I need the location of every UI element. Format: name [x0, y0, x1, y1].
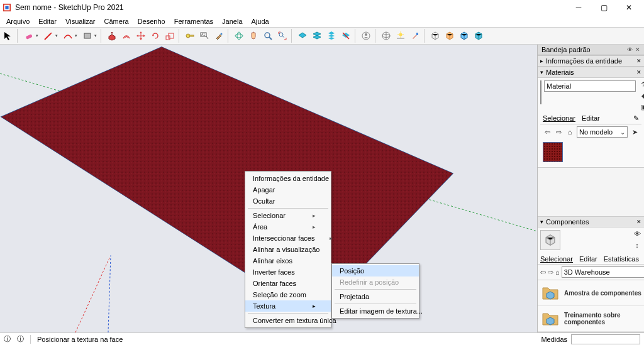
ctx-hide[interactable]: Ocultar [245, 195, 331, 207]
tape-tool[interactable] [183, 29, 197, 43]
offset-tool[interactable] [119, 29, 133, 43]
tray-title-bar[interactable]: Bandeja padrão 👁✕ [538, 45, 644, 55]
maximize-button[interactable]: ▢ [591, 1, 616, 14]
line-tool[interactable] [41, 29, 60, 43]
tab-select[interactable]: Selecionar [543, 114, 575, 123]
nav-fwd-icon[interactable]: ⇨ [554, 128, 563, 136]
tray-close-icon[interactable]: ✕ [635, 47, 640, 53]
panel-materials-header[interactable]: ▾ Materiais ✕ [538, 67, 644, 78]
eyedropper-icon[interactable]: ⚗ [640, 80, 644, 89]
component-list-item[interactable]: Treinamento sobre componentes [538, 306, 644, 332]
tab-edit[interactable]: Editar [582, 114, 600, 123]
person-icon[interactable] [359, 29, 373, 43]
status-hint: Posicionar a textura na face [37, 336, 123, 343]
ctx-erase[interactable]: Apagar [245, 184, 331, 195]
ctx-select[interactable]: Selecionar [245, 210, 331, 221]
menu-ferramentas[interactable]: Ferramentas [170, 17, 217, 26]
ctx-tex-edit-image[interactable]: Editar imagem de textura... [332, 305, 419, 317]
scale-tool[interactable] [163, 29, 177, 43]
ctx-make-unique[interactable]: Converter em textura única [245, 315, 331, 326]
tab-comp-select[interactable]: Selecionar [540, 255, 573, 263]
tab-comp-edit[interactable]: Editar [579, 255, 597, 263]
zoom-extents-tool[interactable] [275, 29, 289, 43]
material-library-combo[interactable]: No modelo [577, 126, 628, 138]
tip-icon[interactable]: ⓘ [17, 334, 24, 344]
comp-swap-icon[interactable]: ↕ [633, 241, 641, 250]
ctx-zoom-sel[interactable]: Seleção de zoom [245, 289, 331, 300]
home-icon[interactable]: ⌂ [565, 128, 574, 136]
panel-entity-close-icon[interactable]: ✕ [636, 58, 641, 64]
panel-components-close-icon[interactable]: ✕ [636, 219, 641, 225]
cube-view-1-icon[interactable] [428, 29, 442, 43]
tray-pin-icon[interactable]: 👁 [627, 47, 633, 53]
move-tool[interactable] [134, 29, 148, 43]
menu-desenho[interactable]: Desenho [134, 17, 169, 26]
ctx-entity-info[interactable]: Informações da entidade [245, 173, 331, 184]
help-icon[interactable]: ⓘ [4, 334, 11, 344]
pushpull-tool[interactable] [105, 29, 119, 43]
comp-pin-icon[interactable]: 👁 [633, 230, 641, 239]
comp-fwd-icon[interactable]: ⇨ [548, 268, 553, 277]
ctx-align-view[interactable]: Alinhar a visualização [245, 244, 331, 255]
comp-home-icon[interactable]: ⌂ [555, 268, 560, 277]
rotate-tool[interactable] [148, 29, 162, 43]
brush-small-icon[interactable] [408, 29, 422, 43]
globe-icon[interactable] [379, 29, 393, 43]
menu-camera[interactable]: Câmera [101, 17, 133, 26]
layer-off-icon[interactable] [339, 29, 353, 43]
ctx-tex-position[interactable]: Posição [332, 265, 419, 277]
layer-3-icon[interactable] [325, 29, 338, 43]
menu-editar[interactable]: Editar [35, 17, 60, 26]
tab-comp-stats[interactable]: Estatísticas [604, 255, 639, 263]
measurements-input[interactable] [571, 334, 640, 344]
zoom-tool[interactable] [261, 29, 275, 43]
minimize-button[interactable]: ─ [566, 1, 591, 14]
ctx-tex-reset[interactable]: Redefinir a posição [332, 277, 419, 288]
details-icon[interactable]: ➤ [630, 128, 639, 136]
menu-janela[interactable]: Janela [218, 17, 246, 26]
paint-tool[interactable] [212, 29, 226, 43]
panel-entity-header[interactable]: ▸ Informações da entidade ✕ [538, 55, 644, 67]
sun-icon[interactable] [394, 29, 408, 43]
panel-materials-close-icon[interactable]: ✕ [636, 69, 641, 75]
select-tool[interactable] [1, 29, 15, 43]
pencil-icon[interactable]: ✎ [633, 114, 639, 123]
current-material-swatch[interactable] [540, 80, 541, 104]
ctx-intersect[interactable]: Interseccionar faces [245, 233, 331, 244]
panel-components-header[interactable]: ▾ Componentes ✕ [538, 216, 644, 227]
nav-back-icon[interactable]: ⇦ [543, 128, 552, 136]
cube-view-4-icon[interactable] [472, 29, 486, 43]
material-thumbnail[interactable] [543, 142, 563, 162]
svg-point-14 [235, 34, 243, 38]
layer-2-icon[interactable] [310, 29, 324, 43]
menu-ajuda[interactable]: Ajuda [248, 17, 273, 26]
eraser-tool[interactable] [21, 29, 40, 43]
create-material-icon[interactable]: ◆ [640, 92, 644, 101]
folder-icon [540, 283, 560, 303]
tray-panel: Bandeja padrão 👁✕ ▸ Informações da entid… [537, 45, 644, 332]
ctx-texture[interactable]: Textura [245, 300, 331, 312]
layer-1-icon[interactable] [296, 29, 309, 43]
ctx-align-axes[interactable]: Alinhar eixos [245, 255, 331, 266]
material-name-input[interactable] [544, 80, 636, 92]
default-material-icon[interactable]: ▣ [640, 103, 644, 112]
cube-view-2-icon[interactable] [443, 29, 457, 43]
menu-arquivo[interactable]: Arquivo [3, 17, 33, 26]
menu-visualizar[interactable]: Visualizar [62, 17, 99, 26]
shape-tool[interactable] [80, 29, 99, 43]
toolbar: A1 [0, 27, 644, 45]
orbit-tool[interactable] [232, 29, 246, 43]
pan-tool[interactable] [247, 29, 260, 43]
ctx-orient-faces[interactable]: Orientar faces [245, 278, 331, 289]
close-button[interactable]: ✕ [616, 1, 641, 14]
ctx-tex-projected[interactable]: Projetada [332, 291, 419, 302]
warehouse-search-input[interactable] [562, 266, 644, 278]
comp-back-icon[interactable]: ⇦ [540, 268, 546, 277]
ctx-reverse-faces[interactable]: Inverter faces [245, 266, 331, 278]
arc-tool[interactable] [60, 29, 79, 43]
cube-view-3-icon[interactable] [457, 29, 471, 43]
ctx-area[interactable]: Área [245, 221, 331, 233]
text-tool[interactable]: A1 [197, 29, 211, 43]
model-viewport[interactable]: Informações da entidade Apagar Ocultar S… [0, 45, 537, 332]
component-list-item[interactable]: Amostra de componentes [538, 280, 644, 306]
